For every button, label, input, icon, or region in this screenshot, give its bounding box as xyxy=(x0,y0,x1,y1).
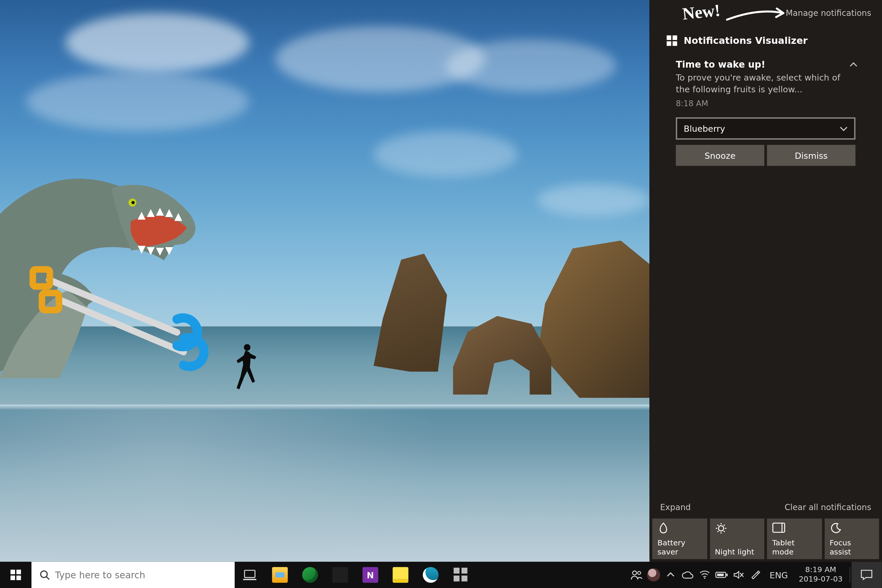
search-icon xyxy=(39,570,50,580)
svg-point-7 xyxy=(718,526,723,531)
dismiss-button[interactable]: Dismiss xyxy=(767,145,855,166)
svg-line-14 xyxy=(717,531,718,532)
chevron-down-icon xyxy=(840,124,848,133)
notification-card: Time to wake up! To prove you're awake, … xyxy=(668,52,863,174)
dropdown-selected-value: Blueberry xyxy=(684,123,725,133)
quick-action-label: Battery saver xyxy=(657,538,702,556)
task-view-button[interactable] xyxy=(235,562,265,588)
quick-action-battery-saver[interactable]: Battery saver xyxy=(652,519,707,559)
tray-user-avatar[interactable] xyxy=(645,562,662,588)
notification-title: Time to wake up! xyxy=(676,59,855,70)
svg-rect-16 xyxy=(773,523,784,532)
snooze-button[interactable]: Snooze xyxy=(676,145,764,166)
collapse-notification-button[interactable] xyxy=(848,59,860,71)
app-tile-icon xyxy=(667,35,677,46)
chevron-up-icon xyxy=(667,571,675,579)
svg-point-22 xyxy=(633,571,636,575)
svg-rect-21 xyxy=(243,579,256,580)
quick-action-focus-assist[interactable]: Focus assist xyxy=(824,519,879,559)
svg-point-0 xyxy=(244,344,250,351)
battery-saver-icon xyxy=(657,522,669,534)
taskbar-search-box[interactable] xyxy=(32,562,235,588)
tray-battery[interactable] xyxy=(713,562,730,588)
tray-date: 2019-07-03 xyxy=(799,575,843,584)
taskbar: N xyxy=(0,562,882,588)
tray-wifi[interactable] xyxy=(696,562,713,588)
arrow-annotation-icon xyxy=(726,6,791,26)
action-center-button[interactable] xyxy=(851,562,882,588)
runner-silhouette xyxy=(233,342,259,394)
volume-muted-icon xyxy=(734,570,744,579)
svg-line-15 xyxy=(723,525,724,526)
avatar-icon xyxy=(647,568,660,582)
focus-assist-icon xyxy=(830,522,842,534)
taskbar-app-onenote[interactable]: N xyxy=(355,562,386,588)
svg-line-13 xyxy=(723,531,724,532)
action-center-panel: New! Manage notifications Notifications … xyxy=(650,0,882,562)
quick-action-label: Focus assist xyxy=(830,538,874,556)
new-ink-annotation: New! xyxy=(681,1,721,24)
task-view-icon xyxy=(243,569,257,580)
svg-rect-26 xyxy=(726,574,728,576)
taskbar-app-news[interactable] xyxy=(446,562,476,588)
notification-app-name: Notifications Visualizer xyxy=(684,35,808,46)
wifi-icon xyxy=(699,570,710,579)
tray-volume[interactable] xyxy=(730,562,747,588)
file-explorer-icon xyxy=(272,567,288,583)
cloud-deco xyxy=(537,183,649,216)
cloud-deco xyxy=(66,13,249,72)
clear-all-notifications-link[interactable]: Clear all notifications xyxy=(784,502,871,512)
svg-point-24 xyxy=(704,578,705,579)
tray-people[interactable] xyxy=(628,562,645,588)
quick-action-label: Tablet mode xyxy=(772,538,817,556)
pen-icon xyxy=(751,570,760,579)
tray-separator xyxy=(850,567,850,583)
cloud-deco xyxy=(26,72,249,131)
people-icon xyxy=(631,570,642,580)
taskbar-search-input[interactable] xyxy=(55,570,235,580)
desktop-wallpaper[interactable] xyxy=(0,0,650,562)
cloud-icon xyxy=(682,571,693,579)
taskbar-app-globe[interactable] xyxy=(295,562,325,588)
onenote-icon: N xyxy=(363,567,378,583)
tablet-mode-icon xyxy=(772,522,786,533)
notification-body: To prove you're awake, select which of t… xyxy=(676,72,855,95)
quick-action-label: Night light xyxy=(715,548,759,556)
taskbar-app-file-explorer[interactable] xyxy=(265,562,295,588)
quick-action-night-light[interactable]: Night light xyxy=(710,519,764,559)
battery-icon xyxy=(715,571,729,579)
notification-timestamp: 8:18 AM xyxy=(676,99,855,108)
chevron-up-icon xyxy=(850,61,858,69)
quick-action-tablet-mode[interactable]: Tablet mode xyxy=(767,519,822,559)
svg-point-23 xyxy=(638,572,640,574)
tray-pen[interactable] xyxy=(747,562,764,588)
system-tray: ENG 8:19 AM 2019-07-03 xyxy=(628,562,882,588)
globe-app-icon xyxy=(302,567,318,583)
svg-line-12 xyxy=(717,525,718,526)
svg-point-2 xyxy=(131,201,135,204)
photos-icon xyxy=(423,567,439,583)
tray-onedrive[interactable] xyxy=(679,562,696,588)
svg-rect-20 xyxy=(244,570,255,578)
tray-overflow-chevron[interactable] xyxy=(662,562,679,588)
tray-clock[interactable]: 8:19 AM 2019-07-03 xyxy=(793,562,848,588)
taskbar-app-sticky-notes[interactable] xyxy=(386,562,416,588)
svg-rect-27 xyxy=(717,574,723,576)
svg-line-19 xyxy=(46,577,49,579)
tray-language-indicator[interactable]: ENG xyxy=(764,562,793,588)
taskbar-app-calculator[interactable] xyxy=(325,562,356,588)
svg-point-18 xyxy=(40,571,47,578)
windows-logo-icon xyxy=(10,570,21,580)
quick-actions-row: Battery saver Night light Tablet mode Fo… xyxy=(650,519,882,562)
taskbar-app-photos[interactable] xyxy=(416,562,446,588)
notification-dropdown[interactable]: Blueberry xyxy=(676,117,855,140)
cloud-deco xyxy=(446,39,616,92)
tray-time: 8:19 AM xyxy=(805,566,836,575)
night-light-icon xyxy=(715,522,726,534)
calculator-icon xyxy=(332,567,348,583)
expand-quick-actions-link[interactable]: Expand xyxy=(660,502,691,512)
news-icon xyxy=(454,568,468,582)
cloud-deco xyxy=(374,131,518,177)
sticky-notes-icon xyxy=(393,567,409,583)
start-button[interactable] xyxy=(0,562,32,588)
